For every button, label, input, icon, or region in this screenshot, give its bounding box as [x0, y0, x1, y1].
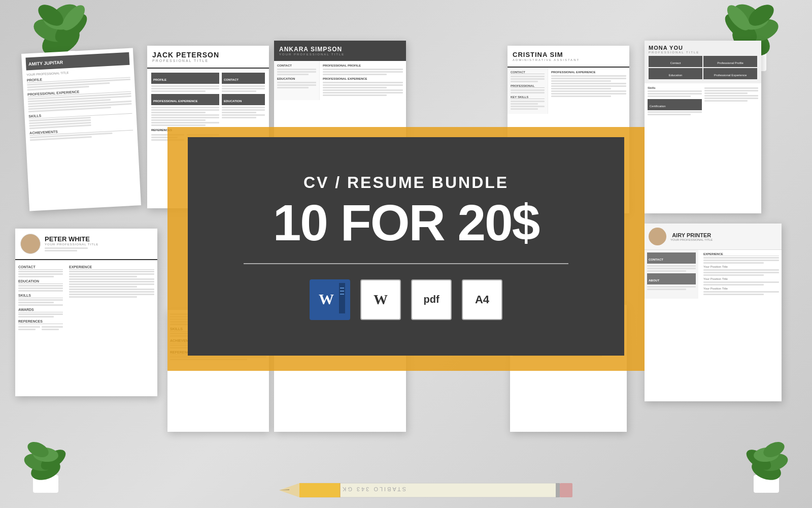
peter-title: YOUR PROFESSIONAL TITLE	[45, 243, 98, 246]
word-format-icon: W	[310, 279, 350, 320]
pencil: STABILO 343 GK	[279, 480, 533, 498]
airy-photo	[649, 228, 666, 245]
peter-contact: CONTACT	[18, 265, 63, 270]
peter-edu: EDUCATION	[18, 279, 63, 284]
peter-awards: AWARDS	[18, 308, 63, 312]
amity-name: AMITY JUPITAR	[28, 59, 63, 67]
svg-rect-37	[560, 483, 572, 497]
pdf-format-icon: pdf	[411, 279, 452, 320]
banner-subtitle: CV / RESUME BUNDLE	[303, 173, 509, 192]
peter-skills: SKILLS	[18, 294, 63, 298]
w-format-icon: W	[360, 279, 401, 320]
resume-airy: AIRY PRINTER YOUR PROFESSIONAL TITLE CON…	[645, 224, 782, 401]
jack-name: JACK PETERSON	[152, 51, 264, 59]
format-icons: W W pdf A4	[310, 279, 502, 320]
plant-bottom-right	[731, 432, 802, 493]
center-banner: CV / RESUME BUNDLE 10 FOR 20$ W W pdf A4	[188, 137, 624, 356]
peter-photo	[20, 234, 41, 254]
cristina-title: ADMINISTRATIVE ASSISTANT	[513, 58, 624, 61]
mona-name: MONA YOU	[649, 45, 757, 51]
peter-refs: REFERENCES	[18, 320, 63, 324]
airy-right: EXPERIENCE Your Position Title Your Posi…	[701, 250, 782, 299]
svg-text:STABILO 343 GK: STABILO 343 GK	[341, 486, 406, 492]
a4-format-icon: A4	[462, 279, 502, 320]
svg-rect-35	[299, 483, 340, 497]
ankara-title: YOUR PROFESSIONAL TITLE	[279, 53, 401, 56]
banner-divider	[244, 263, 568, 264]
airy-left: CONTACT ABOUT	[645, 250, 698, 299]
mona-title: PROFESSIONAL TITLE	[649, 51, 757, 54]
peter-name: PETER WHITE	[45, 235, 98, 243]
banner-title: 10 FOR 20$	[273, 197, 539, 248]
plant-bottom-left	[10, 432, 81, 493]
ankara-name: ANKARA SIMPSON	[279, 46, 401, 53]
jack-title: PROFESSIONAL TITLE	[152, 59, 264, 62]
cristina-name: CRISTINA SIM	[513, 51, 624, 58]
peter-exp: EXPERIENCE	[69, 265, 154, 270]
airy-name: AIRY PRINTER	[670, 232, 713, 238]
svg-rect-36	[556, 483, 560, 497]
resume-mona: MONA YOU PROFESSIONAL TITLE Contact Prof…	[645, 41, 761, 213]
svg-text:W: W	[319, 291, 334, 307]
resume-amity: AMITY JUPITAR YOUR PROFESSIONAL TITLE PR…	[21, 48, 141, 211]
airy-title: YOUR PROFESSIONAL TITLE	[670, 238, 713, 241]
airy-header: AIRY PRINTER YOUR PROFESSIONAL TITLE	[645, 224, 782, 250]
resume-peter: PETER WHITE YOUR PROFESSIONAL TITLE CONT…	[15, 229, 157, 396]
